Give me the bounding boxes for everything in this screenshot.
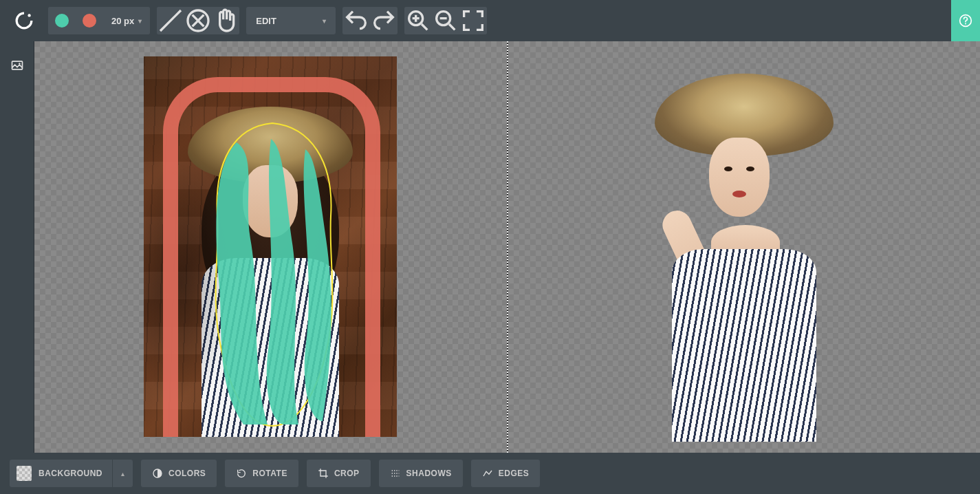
background-menu-button[interactable]: ▴	[112, 460, 133, 487]
edges-icon	[482, 468, 493, 479]
background-label: BACKGROUND	[39, 469, 112, 478]
undo-button[interactable]	[342, 7, 370, 34]
tool-mode-group	[157, 7, 239, 34]
marker-color-group: 20 px ▾	[48, 7, 150, 34]
undo-icon	[342, 7, 370, 34]
mark-overlay	[144, 56, 397, 437]
zoom-out-icon	[432, 7, 459, 34]
main-area	[0, 41, 980, 453]
left-sidebar	[0, 41, 34, 453]
svg-point-7	[19, 63, 21, 65]
colors-label: COLORS	[168, 469, 206, 478]
fullscreen-icon	[459, 7, 487, 34]
brush-size-dropdown[interactable]: 20 px ▾	[103, 7, 150, 34]
crop-label: CROP	[334, 469, 360, 478]
rotate-button[interactable]: ROTATE	[225, 460, 298, 487]
circle-red-icon	[83, 14, 96, 28]
fit-screen-button[interactable]	[459, 7, 487, 34]
source-panel[interactable]	[34, 41, 507, 453]
app-logo[interactable]	[7, 0, 41, 41]
background-chooser: BACKGROUND ▴	[10, 460, 133, 487]
svg-point-5	[965, 23, 966, 25]
hand-icon	[212, 7, 239, 34]
shadows-label: SHADOWS	[406, 469, 452, 478]
background-swatch[interactable]	[17, 466, 32, 481]
edit-dropdown-label: EDIT	[256, 16, 276, 26]
caret-down-icon: ▾	[138, 17, 142, 25]
rotate-icon	[236, 468, 247, 479]
svg-point-0	[28, 14, 30, 17]
help-button[interactable]	[951, 0, 980, 41]
erase-tool-button[interactable]	[184, 7, 212, 34]
redo-icon	[370, 7, 398, 34]
pan-tool-button[interactable]	[212, 7, 239, 34]
edges-label: EDGES	[499, 469, 530, 478]
colors-button[interactable]: COLORS	[141, 460, 217, 487]
shadows-icon	[390, 468, 401, 479]
zoom-out-button[interactable]	[432, 7, 459, 34]
brush-icon	[157, 7, 184, 34]
image-library-button[interactable]	[0, 50, 34, 80]
contrast-icon	[152, 468, 163, 479]
history-group	[342, 7, 398, 34]
caret-up-icon: ▴	[121, 470, 124, 477]
redo-button[interactable]	[370, 7, 398, 34]
zoom-group	[404, 7, 487, 34]
keep-marker-button[interactable]	[48, 7, 76, 34]
crop-button[interactable]: CROP	[307, 460, 371, 487]
caret-down-icon: ▾	[323, 17, 326, 25]
zoom-in-button[interactable]	[404, 7, 432, 34]
zoom-in-icon	[404, 7, 432, 34]
top-toolbar: 20 px ▾ EDIT ▾	[0, 0, 980, 41]
result-cutout	[634, 63, 854, 442]
circle-green-icon	[55, 14, 69, 28]
brush-size-label: 20 px	[111, 16, 134, 26]
crop-icon	[318, 468, 329, 479]
edit-dropdown[interactable]: EDIT ▾	[246, 7, 336, 34]
brush-tool-button[interactable]	[157, 7, 184, 34]
canvas-area	[34, 41, 980, 453]
shadows-button[interactable]: SHADOWS	[379, 460, 463, 487]
edges-button[interactable]: EDGES	[471, 460, 541, 487]
erase-icon	[184, 7, 212, 34]
keep-mark	[202, 136, 340, 431]
source-image	[144, 56, 397, 437]
help-icon	[959, 14, 972, 28]
remove-marker-button[interactable]	[76, 7, 103, 34]
rotate-label: ROTATE	[252, 469, 287, 478]
bottom-toolbar: BACKGROUND ▴ COLORS ROTATE CROP SHADOWS …	[0, 453, 980, 494]
image-icon	[10, 58, 24, 72]
result-panel[interactable]	[508, 41, 981, 453]
